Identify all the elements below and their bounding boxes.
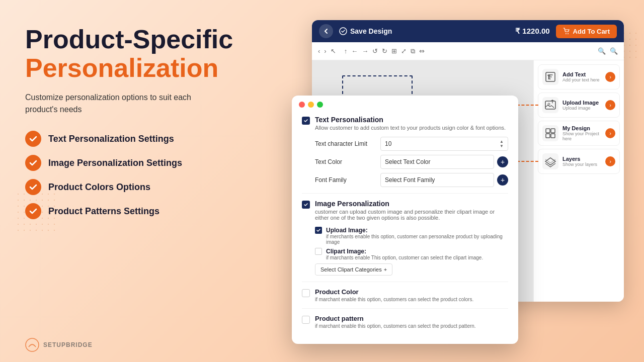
page-title-orange: Personalization xyxy=(25,54,257,82)
font-family-placeholder: Select Font Family xyxy=(385,176,435,184)
toolbar-zoom-out-icon[interactable]: 🔍 xyxy=(598,47,606,55)
svg-rect-13 xyxy=(551,129,555,133)
font-family-add-button[interactable]: + xyxy=(497,174,508,186)
my-design-title: My Design xyxy=(562,125,601,131)
upload-image-arrow[interactable]: › xyxy=(605,100,615,110)
my-design-arrow[interactable]: › xyxy=(605,128,615,138)
settings-dialog: Text Personalisation Allow customer to a… xyxy=(292,96,518,344)
upload-image-checkbox[interactable] xyxy=(315,227,322,234)
toolbar-copy-icon[interactable]: ⧉ xyxy=(411,47,415,55)
upload-image-row: Upload Image: if merchants enable this o… xyxy=(302,227,508,245)
feature-item-4: Product Patterns Settings xyxy=(25,203,257,219)
layers-title: Layers xyxy=(562,156,601,162)
price-display: ₹ 1220.00 xyxy=(515,27,549,36)
product-color-title: Product Color xyxy=(315,288,473,296)
toolbar-right-icon[interactable]: → xyxy=(362,47,368,55)
text-color-add-button[interactable]: + xyxy=(497,156,508,167)
right-section: Save Design ₹ 1220.00 Add To Cart ‹ › ↖ … xyxy=(292,15,634,347)
layers-subtitle: Show your layers xyxy=(562,162,601,167)
toolbar-zoom-in-icon[interactable]: 🔍 xyxy=(610,47,618,55)
add-text-arrow[interactable]: › xyxy=(605,72,615,82)
upload-image-sub-desc: if merchants enable this option, custome… xyxy=(326,234,508,245)
feature-item-3: Product Colors Options xyxy=(25,179,257,195)
svg-text:T: T xyxy=(547,74,550,80)
back-button[interactable] xyxy=(319,24,333,38)
panel-item-add-text[interactable]: T Add Text Add your text here › xyxy=(538,64,620,89)
my-design-icon xyxy=(542,125,558,141)
char-limit-arrows[interactable]: ▲ ▼ xyxy=(500,140,504,148)
text-section-checkbox[interactable] xyxy=(302,117,310,125)
toolbar-left-icon[interactable]: ← xyxy=(351,47,358,55)
traffic-light-maximize[interactable] xyxy=(317,102,323,108)
panel-item-upload-image[interactable]: Upload Image Upload image › xyxy=(538,93,620,118)
panel-item-my-design[interactable]: My Design Show your Project here › xyxy=(538,121,620,146)
clipart-image-sub-desc: if marchants enable This option, custome… xyxy=(326,255,483,260)
image-section-desc: customer can upload custom image and per… xyxy=(315,209,508,221)
text-color-row: Text Color Select Text Color + xyxy=(302,155,508,169)
product-pattern-checkbox[interactable] xyxy=(302,316,310,324)
my-design-subtitle: Show your Project here xyxy=(562,131,601,141)
divider-2 xyxy=(302,282,508,282)
upload-image-title: Upload Image xyxy=(562,100,601,106)
clipart-select-area: Select Clipart Categories + xyxy=(315,263,508,276)
product-color-row: Product Color if marchant enable this op… xyxy=(302,288,508,302)
layers-text: Layers Show your layers xyxy=(562,156,601,167)
feature-list: Text Personalization Settings Image Pers… xyxy=(25,131,257,219)
upload-image-subtitle: Upload image xyxy=(562,106,601,111)
check-icon-4 xyxy=(25,203,41,219)
product-pattern-row: Product pattern if marchant enable this … xyxy=(302,315,508,329)
traffic-light-minimize[interactable] xyxy=(308,102,314,108)
arrow-down[interactable]: ▼ xyxy=(500,144,504,148)
char-limit-label: Text character Limit xyxy=(315,140,380,147)
svg-point-2 xyxy=(566,33,567,34)
feature-text-4: Product Patterns Settings xyxy=(48,206,159,217)
add-to-cart-button[interactable]: Add To Cart xyxy=(556,25,617,38)
toolbar-up-icon[interactable]: ↑ xyxy=(344,47,348,55)
font-family-select[interactable]: Select Font Family xyxy=(380,173,494,187)
toolbar-move-icon[interactable]: ⤢ xyxy=(401,47,407,55)
toolbar-back-icon[interactable]: ‹ xyxy=(318,47,320,55)
product-pattern-desc: if marchant enable this option, customer… xyxy=(315,323,476,329)
svg-point-3 xyxy=(568,33,569,34)
toolbar-expand-icon[interactable]: ⇔ xyxy=(419,47,425,55)
clipart-plus-icon: + xyxy=(384,266,387,273)
char-limit-input[interactable]: 10 ▲ ▼ xyxy=(380,137,508,151)
product-color-checkbox[interactable] xyxy=(302,289,310,297)
brand-name: SETUPBRIDGE xyxy=(43,341,93,348)
image-section-checkbox[interactable] xyxy=(302,201,310,209)
toolbar-rotate-icon[interactable]: ↺ xyxy=(372,47,378,55)
add-text-title: Add Text xyxy=(562,71,601,77)
arrow-up[interactable]: ▲ xyxy=(500,140,504,144)
svg-rect-10 xyxy=(545,101,555,109)
cart-label: Add To Cart xyxy=(573,28,610,35)
toolbar-cursor-icon[interactable]: ↖ xyxy=(331,47,336,55)
feature-item-2: Image Personalization Settings xyxy=(25,155,257,171)
clipart-image-checkbox[interactable] xyxy=(315,248,322,255)
clipart-categories-button[interactable]: Select Clipart Categories + xyxy=(315,263,392,276)
text-section-header: Text Personalisation Allow customer to a… xyxy=(302,116,508,131)
layers-arrow[interactable]: › xyxy=(605,156,615,166)
page-title-black: Product-Specific xyxy=(25,25,257,54)
svg-rect-15 xyxy=(551,134,555,138)
text-color-placeholder: Select Text Color xyxy=(385,158,431,165)
save-design-button[interactable]: Save Design xyxy=(339,27,392,35)
browser-bar: Save Design ₹ 1220.00 Add To Cart xyxy=(312,20,624,42)
upload-image-sub-label: Upload Image: xyxy=(326,227,508,234)
upload-image-text: Upload Image Upload image xyxy=(562,100,601,111)
browser-toolbar: ‹ › ↖ ↑ ← → ↺ ↻ ⊞ ⤢ ⧉ ⇔ 🔍 🔍 xyxy=(312,42,624,60)
toolbar-crop-icon[interactable]: ⊞ xyxy=(391,47,397,55)
check-icon-1 xyxy=(25,131,41,147)
toolbar-redo-icon[interactable]: ↻ xyxy=(382,47,387,55)
font-family-row: Font Family Select Font Family + xyxy=(302,173,508,187)
traffic-light-close[interactable] xyxy=(299,102,305,108)
divider-3 xyxy=(302,308,508,309)
dialog-body: Text Personalisation Allow customer to a… xyxy=(292,112,518,344)
font-family-label: Font Family xyxy=(315,176,380,184)
add-text-subtitle: Add your text here xyxy=(562,77,601,82)
panel-item-layers[interactable]: Layers Show your layers › xyxy=(538,149,620,174)
text-color-select[interactable]: Select Text Color xyxy=(380,155,494,169)
save-design-label: Save Design xyxy=(350,27,392,35)
toolbar-forward-icon[interactable]: › xyxy=(324,47,326,55)
char-limit-value: 10 xyxy=(385,140,391,147)
brand: SETUPBRIDGE xyxy=(25,338,93,352)
